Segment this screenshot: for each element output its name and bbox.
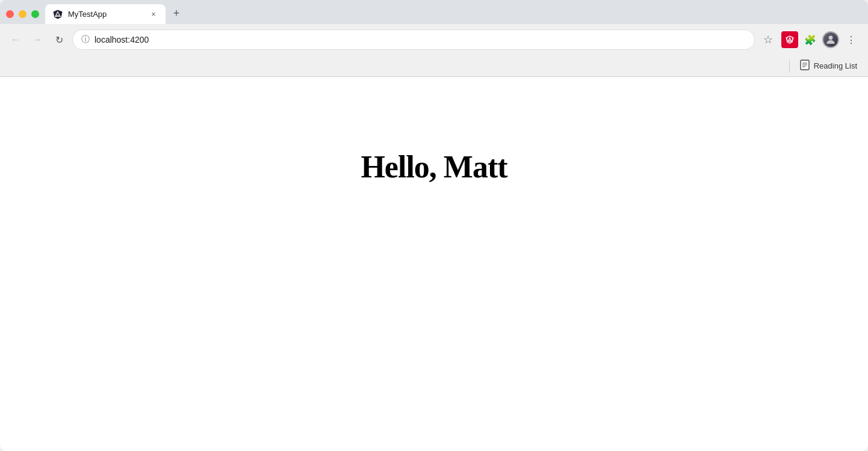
tab-close-button[interactable]: × (149, 10, 158, 19)
more-icon: ⋮ (846, 34, 856, 46)
tab-bar: MyTestApp × + (0, 0, 868, 24)
page-content: Hello, Matt (0, 77, 868, 451)
avatar (823, 32, 838, 47)
puzzle-icon: 🧩 (804, 34, 816, 46)
reading-list-icon (799, 60, 810, 72)
star-icon: ☆ (763, 33, 773, 46)
angular-ext-icon (785, 35, 795, 44)
new-tab-button[interactable]: + (168, 5, 185, 22)
window-controls (6, 10, 39, 24)
reload-icon: ↻ (55, 34, 63, 46)
back-button[interactable]: ← (7, 31, 24, 48)
forward-button[interactable]: → (29, 31, 46, 48)
browser-window: MyTestApp × + ← → ↻ ⓘ localhost:4200 ☆ (0, 0, 868, 451)
tab-title: MyTestApp (68, 10, 144, 19)
angular-extension-button[interactable] (781, 31, 798, 48)
toolbar-right-buttons: 🧩 ⋮ (781, 30, 861, 49)
extensions-button[interactable]: 🧩 (801, 30, 820, 49)
back-icon: ← (11, 34, 20, 45)
minimize-window-button[interactable] (19, 10, 26, 18)
address-text: localhost:4200 (95, 35, 746, 44)
page-heading: Hello, Matt (361, 149, 507, 185)
active-tab[interactable]: MyTestApp × (45, 4, 166, 24)
forward-icon: → (33, 34, 42, 45)
reload-button[interactable]: ↻ (51, 31, 67, 48)
profile-button[interactable] (822, 31, 839, 48)
reading-list-button[interactable]: Reading List (796, 57, 861, 75)
tab-favicon-icon (52, 9, 63, 20)
bookmark-button[interactable]: ☆ (760, 31, 777, 48)
browser-toolbar: ← → ↻ ⓘ localhost:4200 ☆ (0, 24, 868, 55)
more-menu-button[interactable]: ⋮ (842, 30, 861, 49)
maximize-window-button[interactable] (31, 10, 39, 18)
reading-list-label: Reading List (814, 61, 857, 70)
toolbar-divider (789, 60, 790, 73)
bookmarks-bar: Reading List (0, 55, 868, 77)
close-window-button[interactable] (6, 10, 14, 18)
address-bar[interactable]: ⓘ localhost:4200 (72, 29, 755, 50)
info-icon: ⓘ (81, 34, 90, 45)
svg-point-9 (829, 35, 833, 40)
